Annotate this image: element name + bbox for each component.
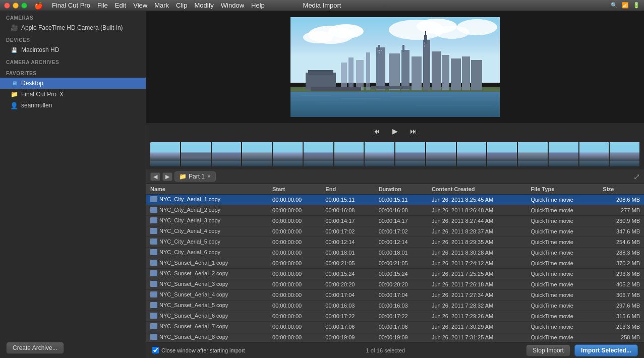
size-cell: 293.8 MB	[599, 269, 644, 279]
create-archive-container: Create Archive...	[0, 338, 146, 358]
svg-rect-15	[341, 63, 347, 90]
search-icon[interactable]: 🔍	[611, 2, 618, 9]
minimize-button[interactable]	[13, 3, 19, 9]
table-row[interactable]: NYC_City_Aerial_1 copy00:00:00:0000:00:1…	[146, 195, 644, 205]
filmstrip-frame[interactable]	[212, 142, 242, 166]
filmstrip-frame[interactable]	[150, 142, 181, 166]
import-selected-button[interactable]: Import Selected...	[574, 344, 638, 356]
table-row[interactable]: NYC_Sunset_Aerial_5 copy00:00:00:0000:00…	[146, 301, 644, 311]
sidebar-item-facetime[interactable]: 🎥 Apple FaceTime HD Camera (Built-in)	[0, 22, 146, 33]
file-table-container[interactable]: Name Start End Duration Content Created …	[146, 184, 644, 342]
table-row[interactable]: NYC_Sunset_Aerial_4 copy00:00:00:0000:00…	[146, 290, 644, 301]
svg-point-7	[457, 19, 497, 35]
size-cell: 254.6 MB	[599, 237, 644, 248]
sidebar-item-macintosh-hd[interactable]: 💾 Macintosh HD	[0, 44, 146, 55]
file-name-cell: NYC_Sunset_Aerial_6 copy	[146, 311, 268, 322]
type-cell: QuickTime movie	[526, 258, 599, 269]
col-header-name[interactable]: Name	[146, 184, 268, 195]
camera-archives-header: CAMERA ARCHIVES	[0, 55, 146, 67]
menu-file[interactable]: File	[97, 2, 108, 9]
expand-icon[interactable]: ⤢	[633, 172, 640, 182]
close-window-checkbox[interactable]	[152, 347, 159, 353]
menu-edit[interactable]: Edit	[115, 2, 126, 9]
stop-import-button[interactable]: Stop Import	[526, 344, 570, 356]
duration-cell: 00:00:17:04	[375, 290, 428, 301]
nav-forward-button[interactable]: ▶	[162, 172, 172, 181]
playback-controls: ⏮ ▶ ⏭	[146, 123, 644, 139]
filmstrip-frame[interactable]	[487, 142, 517, 166]
filmstrip-frame[interactable]	[457, 142, 487, 166]
filmstrip-frame[interactable]	[395, 142, 426, 166]
menu-window[interactable]: Window	[221, 2, 244, 9]
create-archive-button[interactable]: Create Archive...	[6, 342, 64, 354]
size-cell: 297.6 MB	[599, 301, 644, 311]
table-row[interactable]: NYC_Sunset_Aerial_7 copy00:00:00:0000:00…	[146, 322, 644, 332]
col-header-end[interactable]: End	[321, 184, 374, 195]
table-row[interactable]: NYC_Sunset_Aerial_3 copy00:00:00:0000:00…	[146, 279, 644, 290]
table-row[interactable]: NYC_City_Aerial_2 copy00:00:00:0000:00:1…	[146, 205, 644, 216]
table-row[interactable]: NYC_City_Aerial_6 copy00:00:00:0000:00:1…	[146, 248, 644, 258]
col-header-start[interactable]: Start	[268, 184, 321, 195]
table-row[interactable]: NYC_Sunset_Aerial_6 copy00:00:00:0000:00…	[146, 311, 644, 322]
filmstrip-frame[interactable]	[304, 142, 334, 166]
col-header-created[interactable]: Content Created	[428, 184, 527, 195]
sidebar-item-seanmullen[interactable]: 👤 seanmullen	[0, 100, 146, 111]
table-row[interactable]: NYC_Sunset_Aerial_2 copy00:00:00:0000:00…	[146, 269, 644, 279]
menu-view[interactable]: View	[133, 2, 147, 9]
filmstrip-frame[interactable]	[610, 142, 640, 166]
file-name-cell: NYC_Sunset_Aerial_1 copy	[146, 258, 268, 269]
size-cell: 405.2 MB	[599, 279, 644, 290]
filmstrip-frame[interactable]	[273, 142, 303, 166]
filmstrip-frame[interactable]	[549, 142, 579, 166]
sidebar-item-fcp-x[interactable]: 📁 Final Cut Pro X	[0, 89, 146, 100]
col-header-size[interactable]: Size	[599, 184, 644, 195]
svg-rect-36	[424, 42, 425, 44]
filmstrip[interactable]	[150, 142, 640, 166]
start-cell: 00:00:00:00	[268, 205, 321, 216]
col-header-type[interactable]: File Type	[526, 184, 599, 195]
menu-clip[interactable]: Clip	[176, 2, 187, 9]
end-cell: 00:00:17:06	[321, 322, 374, 332]
maximize-button[interactable]	[21, 3, 27, 9]
table-row[interactable]: NYC_City_Aerial_5 copy00:00:00:0000:00:1…	[146, 237, 644, 248]
col-header-duration[interactable]: Duration	[375, 184, 428, 195]
type-cell: QuickTime movie	[526, 269, 599, 279]
play-button[interactable]: ▶	[389, 126, 401, 136]
filmstrip-frame[interactable]	[334, 142, 365, 166]
end-cell: 00:00:17:02	[321, 226, 374, 237]
table-row[interactable]: NYC_Sunset_Aerial_1 copy00:00:00:0000:00…	[146, 258, 644, 269]
sidebar-item-desktop[interactable]: 🖥 Desktop	[0, 78, 146, 89]
table-row[interactable]: NYC_City_Aerial_3 copy00:00:00:0000:00:1…	[146, 216, 644, 226]
svg-rect-27	[425, 31, 426, 36]
menu-modify[interactable]: Modify	[194, 2, 213, 9]
close-button[interactable]	[4, 3, 10, 9]
folder-name: Part 1	[189, 173, 205, 180]
svg-rect-22	[401, 50, 409, 90]
created-cell: Jun 26, 2011 7:29:26 AM	[428, 311, 527, 322]
prev-frame-button[interactable]: ⏮	[370, 126, 383, 136]
filmstrip-frame[interactable]	[181, 142, 211, 166]
next-frame-button[interactable]: ⏭	[407, 126, 420, 136]
filmstrip-frame[interactable]	[579, 142, 610, 166]
filmstrip-frame[interactable]	[242, 142, 272, 166]
filmstrip-frame[interactable]	[518, 142, 548, 166]
nav-back-button[interactable]: ◀	[150, 172, 160, 181]
menu-help[interactable]: Help	[251, 2, 265, 9]
content-area: ⏮ ▶ ⏭ ◀ ▶ 📁 Part 1 ▼ ⤢	[146, 11, 644, 358]
svg-rect-17	[356, 60, 364, 90]
created-cell: Jun 26, 2011 8:26:48 AM	[428, 205, 527, 216]
close-window-checkbox-label[interactable]: Close window after starting import	[152, 347, 245, 353]
selection-info: 1 of 16 selected	[366, 347, 405, 353]
menu-mark[interactable]: Mark	[154, 2, 169, 9]
filmstrip-frame[interactable]	[426, 142, 456, 166]
table-row[interactable]: NYC_Sunset_Aerial_8 copy00:00:00:0000:00…	[146, 332, 644, 342]
end-cell: 00:00:16:03	[321, 301, 374, 311]
bottom-bar: Close window after starting import 1 of …	[146, 342, 644, 358]
type-cell: QuickTime movie	[526, 279, 599, 290]
facetime-label: Apple FaceTime HD Camera (Built-in)	[21, 24, 123, 31]
svg-rect-40	[311, 87, 361, 91]
menu-app-name[interactable]: Final Cut Pro	[52, 2, 90, 9]
filmstrip-frame[interactable]	[365, 142, 395, 166]
end-cell: 00:00:19:09	[321, 332, 374, 342]
table-row[interactable]: NYC_City_Aerial_4 copy00:00:00:0000:00:1…	[146, 226, 644, 237]
